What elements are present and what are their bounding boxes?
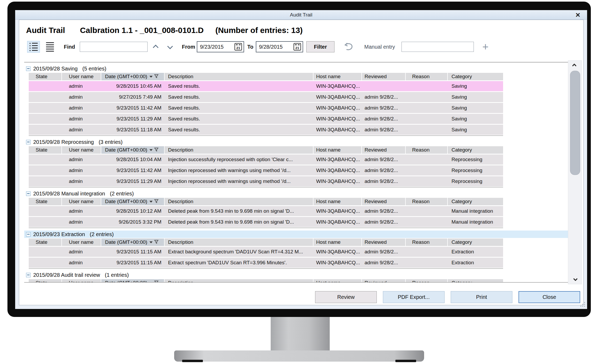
sort-desc-icon[interactable] [149, 241, 153, 243]
column-header[interactable]: Host name [313, 239, 362, 246]
column-header[interactable]: User name [62, 73, 101, 80]
cell-host: WIN-3QABAHCQ... [313, 116, 362, 122]
table-row[interactable]: admin9/26/2015 3:32 PMDeleted peak from … [29, 217, 503, 227]
column-header[interactable]: Category [448, 146, 503, 154]
undo-filter-button[interactable] [343, 41, 354, 53]
vertical-scrollbar[interactable] [568, 60, 582, 284]
scroll-down-button[interactable] [568, 275, 582, 284]
print-button[interactable]: Print [451, 291, 512, 303]
resize-grip[interactable] [580, 302, 585, 307]
column-header[interactable]: Date (GMT+00:00) [101, 73, 165, 80]
from-label: From [182, 44, 195, 50]
grouped-view-button[interactable] [27, 41, 40, 53]
column-header[interactable]: Date (GMT+00:00) [101, 198, 165, 205]
group-header[interactable]: 2015/09/28 Manual integration(2 entries) [24, 190, 574, 197]
table-row[interactable]: admin9/23/2015 11:29 AMInjection reproce… [29, 176, 503, 186]
column-header[interactable]: Reviewed [362, 239, 406, 246]
column-header[interactable]: User name [62, 198, 101, 205]
column-header[interactable]: Reason [406, 239, 448, 246]
collapse-icon[interactable] [26, 232, 31, 237]
to-date-input[interactable]: 9/28/2015 21 [256, 41, 303, 52]
column-header[interactable]: Host name [313, 73, 362, 80]
filter-funnel-icon[interactable] [154, 199, 158, 204]
column-header[interactable]: User name [62, 146, 101, 154]
column-header[interactable]: Reviewed [362, 279, 406, 283]
column-header[interactable]: Category [448, 198, 503, 205]
find-previous-button[interactable] [154, 41, 158, 53]
column-header[interactable]: Reason [406, 73, 448, 80]
group-header[interactable]: 2015/09/28 Reprocessing(3 entries) [24, 138, 574, 146]
column-header[interactable]: Host name [313, 198, 362, 205]
calendar-icon[interactable]: 21 [294, 43, 301, 51]
find-next-button[interactable] [168, 41, 172, 53]
table-row[interactable]: admin9/23/2015 11:15 AMExtract spectrum … [29, 258, 503, 268]
find-input[interactable] [80, 42, 148, 52]
group-table: StateUser nameDate (GMT+00:00)Descriptio… [29, 279, 503, 283]
column-header[interactable]: State [29, 239, 62, 246]
column-header[interactable]: Description [165, 279, 313, 283]
group-header[interactable]: 2015/09/23 Extraction(2 entries) [24, 231, 574, 238]
column-header[interactable]: Reason [406, 146, 448, 154]
table-row[interactable]: admin9/28/2015 10:45 AMSaved results.WIN… [29, 81, 503, 91]
column-header[interactable]: User name [62, 239, 101, 246]
column-header[interactable]: Reviewed [362, 198, 406, 205]
collapse-icon[interactable] [26, 273, 31, 277]
filter-funnel-icon[interactable] [154, 239, 158, 245]
column-header[interactable]: State [29, 198, 62, 205]
collapse-icon[interactable] [26, 140, 31, 144]
column-header[interactable]: Category [448, 73, 503, 80]
column-header[interactable]: State [29, 146, 62, 154]
table-row[interactable]: admin9/27/2015 7:49 AMSaved results.WIN-… [29, 92, 503, 102]
column-header[interactable]: User name [62, 279, 101, 283]
column-header[interactable]: Reviewed [362, 73, 406, 80]
group-header[interactable]: 2015/09/28 Audit trail review(1 entries) [24, 271, 574, 279]
pdf-export-button[interactable]: PDF Export... [383, 291, 445, 303]
flat-view-button[interactable] [44, 41, 56, 53]
table-row[interactable]: admin9/23/2015 11:15 AMExtract backgroun… [29, 247, 503, 257]
sort-desc-icon[interactable] [149, 76, 153, 78]
column-header[interactable]: State [29, 73, 62, 80]
filter-button[interactable]: Filter [306, 41, 334, 52]
column-header[interactable]: Description [165, 146, 313, 154]
column-header[interactable]: Reviewed [362, 146, 406, 154]
column-header[interactable]: Date (GMT+00:00) [101, 279, 165, 283]
collapse-icon[interactable] [26, 191, 31, 196]
sort-desc-icon[interactable] [149, 149, 153, 151]
add-manual-entry-button[interactable]: + [482, 41, 488, 53]
from-date-input[interactable]: 9/23/2015 21 [197, 41, 244, 52]
filter-funnel-icon[interactable] [154, 147, 158, 153]
column-header[interactable]: Description [165, 198, 313, 205]
column-header[interactable]: Date (GMT+00:00) [101, 239, 165, 246]
column-header[interactable]: State [29, 279, 62, 283]
sort-desc-icon[interactable] [149, 282, 153, 283]
column-header[interactable]: Description [165, 239, 313, 246]
scroll-up-button[interactable] [568, 61, 582, 70]
column-header[interactable]: Host name [313, 146, 362, 154]
column-header[interactable]: Description [165, 73, 313, 80]
table-row[interactable]: admin9/23/2015 11:18 AMSaved results.WIN… [29, 125, 503, 135]
review-button[interactable]: Review [315, 291, 377, 303]
close-icon[interactable]: × [575, 11, 580, 19]
column-header[interactable]: Host name [313, 279, 362, 283]
collapse-icon[interactable] [26, 66, 31, 71]
audit-group: 2015/09/28 Audit trail review(1 entries)… [24, 271, 574, 283]
column-header[interactable]: Category [448, 239, 503, 246]
table-row[interactable]: admin9/28/2015 10:12 AMDeleted peak from… [29, 206, 503, 216]
scrollbar-thumb[interactable] [570, 71, 580, 175]
column-header[interactable]: Category [448, 279, 503, 283]
group-header[interactable]: 2015/09/28 Saving(5 entries) [24, 65, 574, 72]
column-header[interactable]: Date (GMT+00:00) [101, 146, 165, 154]
manual-entry-input[interactable] [402, 42, 474, 52]
filter-funnel-icon[interactable] [154, 74, 158, 80]
filter-funnel-icon[interactable] [154, 280, 158, 283]
table-row[interactable]: admin9/28/2015 10:04 AMInjection success… [29, 154, 503, 165]
sort-desc-icon[interactable] [149, 201, 153, 203]
cell-user: admin [62, 127, 101, 133]
column-header[interactable]: Reason [406, 198, 448, 205]
table-row[interactable]: admin9/23/2015 11:29 AMSaved results.WIN… [29, 114, 503, 124]
column-header[interactable]: Reason [406, 279, 448, 283]
close-button[interactable]: Close [518, 291, 580, 303]
table-row[interactable]: admin9/23/2015 11:42 AMSaved results.WIN… [29, 103, 503, 113]
table-row[interactable]: admin9/23/2015 11:42 AMInjection reproce… [29, 165, 503, 175]
calendar-icon[interactable]: 21 [235, 43, 242, 51]
